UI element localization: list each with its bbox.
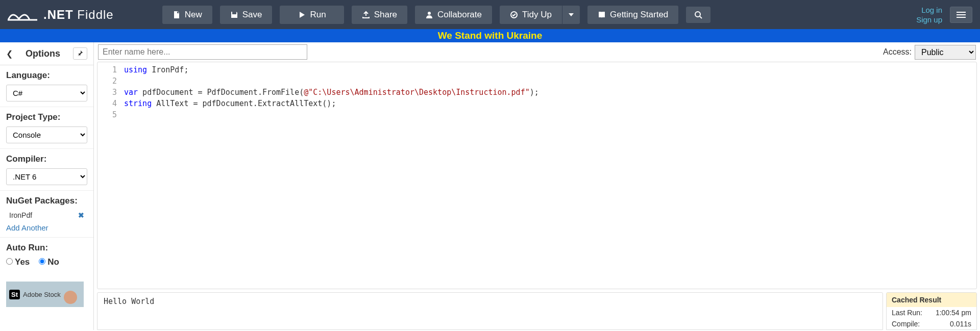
run-button[interactable]: Run [280,6,344,24]
play-icon [298,11,306,19]
getting-started-button[interactable]: Getting Started [587,6,678,24]
ad-image [64,291,77,304]
last-run-label: Last Run: [892,309,922,317]
save-button[interactable]: Save [220,6,273,24]
language-label: Language: [6,70,87,81]
access-label: Access: [883,47,912,57]
output-panel: Hello World [97,292,883,330]
compile-value: 0.011s [950,320,971,328]
svg-line-4 [700,16,702,18]
adobe-stock-logo-icon: St [9,290,20,299]
fiddle-name-input[interactable] [98,44,307,60]
logo[interactable]: .NET Fiddle [8,8,114,22]
tidy-label: Tidy Up [522,10,552,20]
check-icon [510,11,518,19]
compile-row: Compile: 0.011s [887,318,976,329]
autorun-radios: Yes No [6,257,87,271]
result-header: Cached Result [887,293,976,307]
line-gutter: 1 2 3 4 5 [97,62,121,289]
autorun-yes-radio[interactable] [6,258,13,265]
ukraine-banner[interactable]: We Stand with Ukraine [0,29,980,42]
compiler-label: Compiler: [6,154,87,164]
tidy-group: Tidy Up [500,6,580,24]
sidebar: ❮ Options Language: C# Project Type: Con… [0,42,94,330]
code-editor[interactable]: 1 2 3 4 5 using IronPdf; var pdfDocument… [97,62,977,289]
autorun-label: Auto Run: [6,243,87,253]
svg-point-3 [695,12,700,17]
language-section: Language: C# [0,65,93,107]
add-package-link[interactable]: Add Another [6,223,48,232]
nuget-item: IronPdf ✖ [6,210,87,220]
collapse-icon[interactable]: ❮ [6,49,13,59]
compile-label: Compile: [892,320,920,328]
compiler-section: Compiler: .NET 6 [0,149,93,191]
autorun-section: Auto Run: Yes No [0,238,93,276]
editor-top-row: Access: Public [94,42,980,62]
compiler-select[interactable]: .NET 6 [6,168,87,185]
search-button[interactable] [686,7,710,23]
toolbar: .NET Fiddle New Save Run Share Collabora… [0,0,980,29]
bottom-row: Hello World Cached Result Last Run: 1:00… [97,292,977,330]
save-icon [230,11,238,19]
main-area: ❮ Options Language: C# Project Type: Con… [0,42,980,330]
logo-icon [8,9,38,21]
file-icon [173,11,181,19]
autorun-no-radio[interactable] [39,258,45,265]
chevron-down-icon [569,13,574,16]
hamburger-icon [957,11,966,18]
result-panel: Cached Result Last Run: 1:00:54 pm Compi… [886,292,977,330]
logo-text: .NET Fiddle [43,8,114,22]
project-select[interactable]: Console [6,126,87,143]
toolbar-right: Log in Sign up [916,6,972,24]
collaborate-label: Collaborate [437,10,482,20]
new-label: New [185,10,202,20]
ad-text: Adobe Stock [23,291,61,298]
remove-package-button[interactable]: ✖ [78,211,84,219]
access-controls: Access: Public [883,45,976,60]
code-content[interactable]: using IronPdf; var pdfDocument = PdfDocu… [121,62,976,289]
sidebar-header: ❮ Options [0,42,93,65]
tidy-button[interactable]: Tidy Up [500,6,562,24]
user-icon [425,11,433,19]
pin-button[interactable] [73,47,87,60]
search-icon [694,11,702,19]
getting-started-label: Getting Started [610,10,668,20]
nuget-label: NuGet Packages: [6,196,87,206]
book-icon [598,11,606,19]
access-select[interactable]: Public [915,45,976,60]
share-icon [362,11,370,19]
collaborate-button[interactable]: Collaborate [415,6,492,24]
new-button[interactable]: New [162,6,212,24]
auth-links: Log in Sign up [916,6,942,24]
last-run-value: 1:00:54 pm [936,309,971,317]
project-section: Project Type: Console [0,107,93,149]
nuget-section: NuGet Packages: IronPdf ✖ Add Another [0,191,93,238]
autorun-no-option[interactable]: No [39,257,59,267]
language-select[interactable]: C# [6,85,87,101]
login-link[interactable]: Log in [921,6,942,14]
svg-point-1 [428,12,431,15]
nuget-item-name[interactable]: IronPdf [9,211,32,219]
pin-icon [77,50,83,56]
autorun-yes-option[interactable]: Yes [6,257,30,267]
share-label: Share [374,10,397,20]
sidebar-title: Options [18,48,68,59]
share-button[interactable]: Share [352,6,407,24]
run-label: Run [310,10,326,20]
project-label: Project Type: [6,112,87,122]
tidy-dropdown-button[interactable] [562,6,580,24]
last-run-row: Last Run: 1:00:54 pm [887,307,976,318]
editor-area: Access: Public 1 2 3 4 5 using IronPdf; … [94,42,980,330]
ad-banner[interactable]: St Adobe Stock [6,282,84,307]
menu-button[interactable] [950,7,972,23]
signup-link[interactable]: Sign up [916,15,942,24]
save-label: Save [242,10,262,20]
